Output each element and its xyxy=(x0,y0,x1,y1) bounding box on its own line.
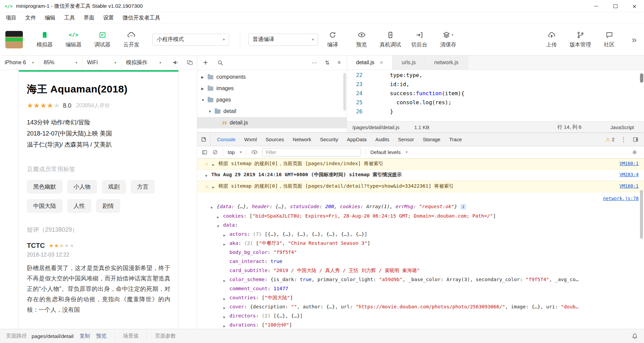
notification-bell-icon[interactable] xyxy=(632,333,638,339)
compile-mode-select[interactable]: 普通编译 ▾ xyxy=(248,34,318,46)
info-icon[interactable]: i xyxy=(461,204,466,209)
menu-item-微信开发者工具[interactable]: 微信开发者工具 xyxy=(118,14,165,22)
expand-caret-icon[interactable]: ▶ xyxy=(223,321,229,329)
menu-item-工具[interactable]: 工具 xyxy=(60,14,79,22)
tree-item-components[interactable]: ▶components xyxy=(197,71,347,83)
upload-button[interactable]: 上传 xyxy=(540,31,563,48)
cloud-dev-button[interactable]: ∞ 云开发 xyxy=(120,31,143,48)
tag-pill[interactable]: 人性 xyxy=(67,199,91,213)
expand-caret-icon[interactable]: ▶ xyxy=(223,303,229,311)
speaker-icon[interactable] xyxy=(172,59,179,66)
expand-caret-icon[interactable]: ▶ xyxy=(223,231,229,239)
tag-pill[interactable]: 剧情 xyxy=(96,199,120,213)
tree-item-pages[interactable]: ▼pages xyxy=(197,94,347,106)
console-settings-gear-icon[interactable] xyxy=(632,149,638,155)
context-select[interactable]: top ▾ xyxy=(228,149,242,155)
console-message[interactable]: ▼{data: {…}, header: {…}, statusCode: 20… xyxy=(197,202,644,212)
devtools-tab-network[interactable]: Network xyxy=(289,133,316,146)
devtools-tab-console[interactable]: Console xyxy=(213,133,240,146)
tree-item-detail.js[interactable]: JSdetail.js xyxy=(197,117,347,128)
version-control-button[interactable]: 版本管理 xyxy=(569,31,592,48)
rotate-screen-icon[interactable] xyxy=(186,59,193,66)
code-area[interactable]: 22 type:type,23 id:id,24 success:functio… xyxy=(347,70,644,121)
compile-button[interactable]: 编译 xyxy=(321,31,344,48)
add-file-icon[interactable]: + xyxy=(203,59,208,67)
tag-pill[interactable]: 方言 xyxy=(131,180,155,194)
devtools-tab-sensor[interactable]: Sensor xyxy=(394,133,419,146)
tree-item-detail[interactable]: ▼detail xyxy=(197,106,347,117)
copy-path-link[interactable]: 复制 xyxy=(80,333,90,340)
console-message[interactable]: ▶comment_count: 11477 xyxy=(197,284,644,294)
menu-item-编辑[interactable]: 编辑 xyxy=(40,14,60,22)
console-message[interactable]: ▶cover: {description: "", author: {…}, u… xyxy=(197,303,644,312)
log-level-select[interactable]: Default levels ▾ xyxy=(370,149,407,155)
sort-icon[interactable]: ⇅ xyxy=(325,60,329,66)
editor-scrollbar[interactable] xyxy=(640,73,643,83)
warning-count-badge[interactable]: ⚠ 2 xyxy=(606,137,614,143)
expand-caret-icon[interactable]: ▼ xyxy=(217,222,223,230)
devtools-tab-wxml[interactable]: Wxml xyxy=(240,133,261,146)
console-message[interactable]: ▶can_interact: true xyxy=(197,257,644,266)
clear-console-icon[interactable] xyxy=(212,149,218,155)
console-scrollbar[interactable] xyxy=(640,190,643,239)
expand-caret-icon[interactable]: ▶ xyxy=(212,183,218,191)
background-switch-button[interactable]: 切后台 xyxy=(407,31,431,48)
maximize-button[interactable] xyxy=(606,0,625,12)
console-filter-input[interactable] xyxy=(262,148,360,156)
tag-pill[interactable]: 小人物 xyxy=(67,180,97,194)
console-message[interactable]: ▶color_scheme: {is_dark: true, primary_c… xyxy=(197,275,644,284)
console-sidebar-icon[interactable] xyxy=(202,149,208,155)
more-icon[interactable]: ⋯ xyxy=(311,60,317,66)
dock-side-icon[interactable] xyxy=(633,137,639,143)
console-message[interactable]: ▶body_bg_color: "f9f5f4" xyxy=(197,248,644,257)
explorer-scrollbar[interactable] xyxy=(343,73,346,111)
source-link[interactable]: network.js:78 xyxy=(595,195,639,202)
devtools-tab-appdata[interactable]: AppData xyxy=(343,133,371,146)
expand-caret-icon[interactable]: ▶ xyxy=(223,312,229,320)
expand-caret-icon[interactable]: ▶ xyxy=(217,213,223,221)
more-options-icon[interactable]: ⋮ xyxy=(620,136,627,143)
close-button[interactable]: × xyxy=(625,0,644,12)
console-message[interactable]: ▼data: xyxy=(197,221,644,230)
console-message[interactable]: ▶card_subtitle: "2019 / 中国大陆 / 真人秀 / 王恬 … xyxy=(197,266,644,275)
source-link[interactable]: VM160:1 xyxy=(611,160,639,167)
tag-pill[interactable]: 黑色幽默 xyxy=(27,180,62,194)
tree-item-images[interactable]: ▶images xyxy=(197,83,347,94)
scene-value-label[interactable]: 场景值 xyxy=(123,333,139,340)
close-icon[interactable]: × xyxy=(380,60,383,66)
tag-pill[interactable]: 中国大陆 xyxy=(27,199,62,213)
debugger-button[interactable]: 调试器 xyxy=(91,31,114,48)
tab-urls.js[interactable]: urls.js xyxy=(393,55,425,70)
console-message[interactable]: ▶directors: (2) [{…}, {…}] xyxy=(197,312,644,321)
simulate-action-select[interactable]: 模拟操作 ▾ xyxy=(121,55,166,70)
expand-caret-icon[interactable]: ▶ xyxy=(223,276,229,284)
console-message[interactable]: ▶cookies: ["bid=SpaXaJLCT8U; Expires=Fri… xyxy=(197,212,644,221)
live-expression-eye-icon[interactable] xyxy=(251,149,258,155)
expand-caret-icon[interactable]: ▶ xyxy=(212,160,218,168)
tree-caret-icon[interactable]: ▶ xyxy=(201,75,208,79)
source-link[interactable]: VM160:1 xyxy=(611,183,639,190)
menu-item-界面[interactable]: 界面 xyxy=(79,14,99,22)
minimize-button[interactable] xyxy=(587,0,606,12)
source-link[interactable]: VM283:4 xyxy=(611,171,639,178)
console-message[interactable]: ⚠▶根据 sitemap 的规则[0]，当前页面 [pages/index/in… xyxy=(197,158,644,170)
menu-item-文件[interactable]: 文件 xyxy=(21,14,40,22)
inspect-element-icon[interactable] xyxy=(197,133,211,146)
tree-caret-icon[interactable]: ▶ xyxy=(201,87,208,90)
devtools-tab-security[interactable]: Security xyxy=(316,133,343,146)
toolbar-overflow-icon[interactable]: » xyxy=(632,35,637,44)
comment-author[interactable]: TCTC xyxy=(27,242,45,250)
zoom-select[interactable]: 85% ▾ xyxy=(39,55,82,70)
menu-item-设置[interactable]: 设置 xyxy=(99,14,118,22)
editor-button[interactable]: </> 编辑器 xyxy=(62,31,85,48)
menu-item-项目[interactable]: 项目 xyxy=(1,14,21,22)
community-button[interactable]: 社区 xyxy=(598,31,621,48)
console-message[interactable]: ▶aka: (2) ["中餐厅3", "China Restaurant Sea… xyxy=(197,239,644,248)
devtools-tab-storage[interactable]: Storage xyxy=(418,133,445,146)
user-avatar[interactable] xyxy=(5,31,23,48)
tree-caret-icon[interactable]: ▼ xyxy=(208,110,215,113)
tab-detail.js[interactable]: detail.js× xyxy=(347,55,393,70)
tag-pill[interactable]: 戏剧 xyxy=(102,180,126,194)
device-select[interactable]: iPhone 6 ▾ xyxy=(0,55,39,70)
tree-caret-icon[interactable]: ▼ xyxy=(201,98,208,102)
